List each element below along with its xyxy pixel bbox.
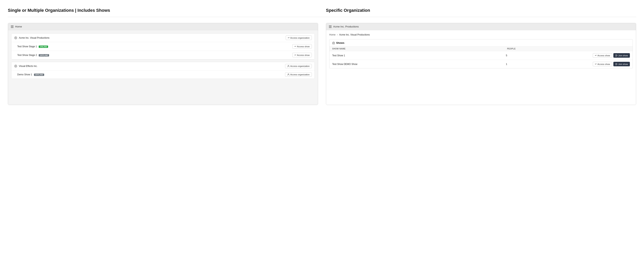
access-show-icon-r1: ↩ xyxy=(595,54,597,57)
access-show-label-2-1: Access organization xyxy=(290,73,310,76)
join-show-label-r1: Join show xyxy=(618,54,628,57)
org-name-2: Visual Effects Inc. xyxy=(19,65,285,67)
right-panel-header: Acme Inc. Productions xyxy=(326,23,636,30)
right-panel: Acme Inc. Productions Home > Acme Inc. V… xyxy=(326,23,636,105)
access-org-label-2: Access organization xyxy=(290,65,310,67)
left-section-title: Single or Multiple Organizations | Inclu… xyxy=(8,8,318,13)
access-org-btn-1[interactable]: ↩ Access organization xyxy=(286,35,312,40)
join-show-label-r2: Join show xyxy=(618,63,628,65)
show-data-name-1: Test Show 1 xyxy=(332,54,506,57)
access-show-btn-2-1[interactable]: Access organization xyxy=(285,72,312,77)
show-row-1-1: Test Show Stage 1 ONLINE ↩ Access show xyxy=(12,42,314,51)
badge-online-1-1: ONLINE xyxy=(39,45,48,48)
right-panel-body: Home > Acme Inc. Visual Productions Show… xyxy=(326,30,636,105)
access-show-btn-r1[interactable]: ↩ Access show xyxy=(593,53,612,58)
show-data-actions-2: ↩ Access show Join show xyxy=(593,62,630,66)
org-row-1: Acme Inc. Visual Productions ↩ Access or… xyxy=(12,33,314,42)
access-show-btn-1-1[interactable]: ↩ Access show xyxy=(292,44,312,49)
person-icon-show-2-1 xyxy=(287,73,290,76)
svg-point-5 xyxy=(288,74,289,75)
access-show-label-r2: Access show xyxy=(598,63,610,65)
show-data-people-1: 5 xyxy=(506,54,593,57)
left-panel-header: Home xyxy=(8,23,318,30)
access-show-icon-1-2: ↩ xyxy=(294,54,296,56)
left-panel-title: Home xyxy=(15,25,22,28)
breadcrumb-separator: > xyxy=(337,33,338,36)
clipboard-icon xyxy=(332,42,335,44)
access-org-btn-2[interactable]: Access organization xyxy=(285,64,312,68)
svg-point-4 xyxy=(288,65,289,66)
access-show-icon-r2: ↩ xyxy=(595,63,597,65)
access-show-label-1-1: Access show xyxy=(297,45,310,48)
join-show-btn-r1[interactable]: Join show xyxy=(613,53,630,58)
left-panel-body: Acme Inc. Visual Productions ↩ Access or… xyxy=(8,30,318,105)
org-section-1: Acme Inc. Visual Productions ↩ Access or… xyxy=(11,33,315,59)
access-show-btn-r2[interactable]: ↩ Access show xyxy=(593,62,612,66)
join-show-btn-r2[interactable]: Join show xyxy=(613,62,630,66)
shows-section-title: Shows xyxy=(336,41,344,44)
shows-header-row: Shows xyxy=(330,39,632,46)
access-org-icon-1: ↩ xyxy=(288,36,290,39)
badge-offline-2-1: OFFLINE xyxy=(34,74,44,76)
breadcrumb: Home > Acme Inc. Visual Productions xyxy=(329,33,633,36)
org-icon-2 xyxy=(14,64,17,68)
show-name-1-2: Test Show Stage 2 OFFLINE xyxy=(17,54,292,56)
access-show-btn-1-2[interactable]: ↩ Access show xyxy=(292,53,312,57)
col-people-header: PEOPLE xyxy=(507,48,594,50)
svg-point-0 xyxy=(14,37,17,39)
join-icon-r2 xyxy=(615,63,618,65)
right-hamburger-icon[interactable] xyxy=(329,25,332,28)
table-row-2: Test Show DEMO Show 1 ↩ Access show xyxy=(330,60,632,68)
show-row-1-2: Test Show Stage 2 OFFLINE ↩ Access show xyxy=(12,51,314,59)
org-row-2: Visual Effects Inc. Access organization xyxy=(12,62,314,70)
svg-point-2 xyxy=(14,65,17,67)
access-show-label-r1: Access show xyxy=(598,54,610,57)
show-name-2-1: Demo Show 1 OFFLINE xyxy=(17,73,285,76)
access-show-icon-1-1: ↩ xyxy=(294,45,296,48)
svg-rect-7 xyxy=(616,55,617,56)
right-section-title: Specific Organization xyxy=(318,8,636,13)
svg-rect-6 xyxy=(332,42,334,44)
right-panel-title: Acme Inc. Productions xyxy=(333,25,359,28)
join-icon-r1 xyxy=(615,54,618,56)
access-show-label-1-2: Access show xyxy=(297,54,310,56)
table-row-1: Test Show 1 5 ↩ Access show Join s xyxy=(330,51,632,60)
breadcrumb-home[interactable]: Home xyxy=(329,33,336,36)
svg-rect-8 xyxy=(616,63,617,65)
panels-container: Home Acme Inc. Visual Productions ↩ Acce… xyxy=(8,23,636,105)
show-row-2-1: Demo Show 1 OFFLINE Access organization xyxy=(12,70,314,79)
left-panel: Home Acme Inc. Visual Productions ↩ Acce… xyxy=(8,23,318,105)
show-data-actions-1: ↩ Access show Join show xyxy=(593,53,630,58)
person-icon-2 xyxy=(287,65,290,67)
show-data-name-2: Test Show DEMO Show xyxy=(332,63,506,65)
svg-point-3 xyxy=(15,66,16,66)
shows-section: Shows SHOW NAME PEOPLE Test Show 1 5 ↩ A… xyxy=(329,39,633,68)
org-name-1: Acme Inc. Visual Productions xyxy=(19,36,286,39)
show-name-1-1: Test Show Stage 1 ONLINE xyxy=(17,45,292,48)
hamburger-icon[interactable] xyxy=(11,25,14,28)
col-show-name-header: SHOW NAME xyxy=(332,48,507,50)
org-section-2: Visual Effects Inc. Access organization … xyxy=(11,62,315,79)
breadcrumb-current: Acme Inc. Visual Productions xyxy=(339,33,370,36)
show-data-people-2: 1 xyxy=(506,63,593,65)
access-org-label-1: Access organization xyxy=(290,37,310,39)
badge-offline-1-2: OFFLINE xyxy=(39,54,49,56)
svg-point-1 xyxy=(15,37,16,38)
table-header-row: SHOW NAME PEOPLE xyxy=(330,46,632,51)
org-icon-1 xyxy=(14,36,17,39)
